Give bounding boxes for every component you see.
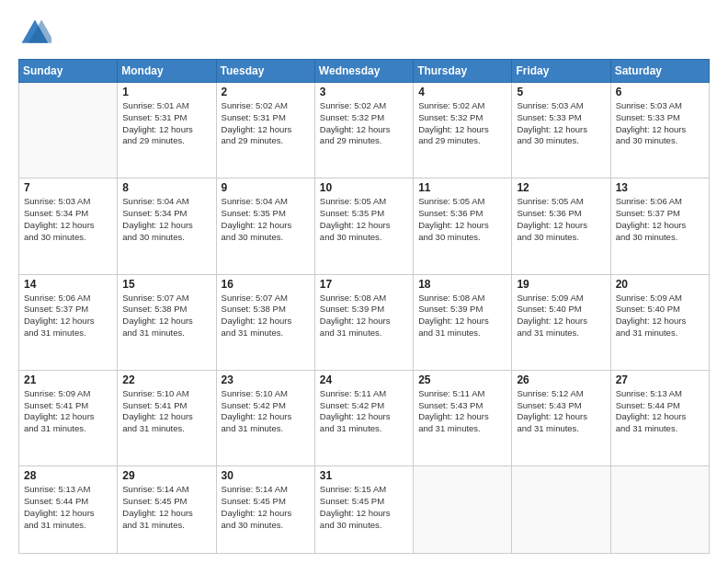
day-number: 6 [616, 86, 704, 98]
day-info: Sunrise: 5:05 AM Sunset: 5:35 PM Dayligh… [320, 196, 408, 243]
logo-icon [18, 17, 51, 50]
calendar-week-2: 7Sunrise: 5:03 AM Sunset: 5:34 PM Daylig… [19, 178, 710, 274]
day-info: Sunrise: 5:03 AM Sunset: 5:33 PM Dayligh… [517, 100, 605, 147]
calendar-cell: 27Sunrise: 5:13 AM Sunset: 5:44 PM Dayli… [610, 370, 709, 465]
day-number: 26 [517, 373, 605, 386]
calendar-cell: 3Sunrise: 5:02 AM Sunset: 5:32 PM Daylig… [314, 83, 413, 178]
calendar-table: SundayMondayTuesdayWednesdayThursdayFrid… [18, 59, 710, 554]
day-number: 1 [122, 86, 210, 98]
day-info: Sunrise: 5:12 AM Sunset: 5:43 PM Dayligh… [517, 388, 605, 435]
day-info: Sunrise: 5:14 AM Sunset: 5:45 PM Dayligh… [222, 484, 310, 531]
calendar-cell: 29Sunrise: 5:14 AM Sunset: 5:45 PM Dayli… [118, 466, 216, 554]
calendar-cell: 26Sunrise: 5:12 AM Sunset: 5:43 PM Dayli… [512, 370, 610, 465]
calendar-cell: 19Sunrise: 5:09 AM Sunset: 5:40 PM Dayli… [512, 274, 610, 370]
day-info: Sunrise: 5:15 AM Sunset: 5:45 PM Dayligh… [320, 484, 408, 531]
day-number: 25 [418, 373, 506, 386]
calendar-header-sunday: Sunday [19, 60, 118, 83]
day-info: Sunrise: 5:08 AM Sunset: 5:39 PM Dayligh… [418, 293, 506, 339]
calendar-cell: 9Sunrise: 5:04 AM Sunset: 5:35 PM Daylig… [216, 178, 314, 274]
day-info: Sunrise: 5:14 AM Sunset: 5:45 PM Dayligh… [122, 484, 210, 531]
logo [18, 17, 55, 50]
day-number: 20 [616, 278, 704, 291]
day-info: Sunrise: 5:05 AM Sunset: 5:36 PM Dayligh… [418, 196, 506, 243]
day-number: 19 [517, 278, 605, 291]
day-number: 8 [122, 181, 210, 194]
page: SundayMondayTuesdayWednesdayThursdayFrid… [0, 0, 728, 563]
calendar-cell: 30Sunrise: 5:14 AM Sunset: 5:45 PM Dayli… [216, 466, 314, 554]
day-info: Sunrise: 5:04 AM Sunset: 5:35 PM Dayligh… [222, 196, 310, 243]
calendar-header-monday: Monday [118, 60, 216, 83]
calendar-cell [414, 466, 512, 554]
calendar-cell: 16Sunrise: 5:07 AM Sunset: 5:38 PM Dayli… [216, 274, 314, 370]
day-number: 22 [122, 373, 210, 386]
day-info: Sunrise: 5:11 AM Sunset: 5:42 PM Dayligh… [320, 388, 408, 435]
calendar-cell: 7Sunrise: 5:03 AM Sunset: 5:34 PM Daylig… [19, 178, 118, 274]
day-number: 3 [320, 86, 408, 98]
day-number: 23 [222, 373, 310, 386]
day-info: Sunrise: 5:09 AM Sunset: 5:41 PM Dayligh… [24, 388, 112, 435]
calendar-cell: 22Sunrise: 5:10 AM Sunset: 5:41 PM Dayli… [118, 370, 216, 465]
calendar-cell: 6Sunrise: 5:03 AM Sunset: 5:33 PM Daylig… [610, 83, 709, 178]
day-info: Sunrise: 5:06 AM Sunset: 5:37 PM Dayligh… [616, 196, 704, 243]
calendar-header-wednesday: Wednesday [314, 60, 413, 83]
calendar-cell: 12Sunrise: 5:05 AM Sunset: 5:36 PM Dayli… [512, 178, 610, 274]
calendar-header-friday: Friday [512, 60, 610, 83]
calendar-cell [512, 466, 610, 554]
day-number: 2 [222, 86, 310, 98]
day-number: 18 [418, 278, 506, 291]
day-number: 28 [24, 469, 112, 482]
day-number: 5 [517, 86, 605, 98]
calendar-header-saturday: Saturday [610, 60, 709, 83]
day-info: Sunrise: 5:01 AM Sunset: 5:31 PM Dayligh… [122, 100, 210, 147]
calendar-cell: 4Sunrise: 5:02 AM Sunset: 5:32 PM Daylig… [414, 83, 512, 178]
day-info: Sunrise: 5:03 AM Sunset: 5:33 PM Dayligh… [616, 100, 704, 147]
day-number: 16 [222, 278, 310, 291]
calendar-cell: 24Sunrise: 5:11 AM Sunset: 5:42 PM Dayli… [314, 370, 413, 465]
calendar-cell: 20Sunrise: 5:09 AM Sunset: 5:40 PM Dayli… [610, 274, 709, 370]
day-info: Sunrise: 5:07 AM Sunset: 5:38 PM Dayligh… [122, 293, 210, 339]
day-info: Sunrise: 5:06 AM Sunset: 5:37 PM Dayligh… [24, 293, 112, 339]
calendar-cell: 1Sunrise: 5:01 AM Sunset: 5:31 PM Daylig… [118, 83, 216, 178]
day-info: Sunrise: 5:04 AM Sunset: 5:34 PM Dayligh… [122, 196, 210, 243]
day-number: 27 [616, 373, 704, 386]
day-info: Sunrise: 5:13 AM Sunset: 5:44 PM Dayligh… [616, 388, 704, 435]
day-number: 17 [320, 278, 408, 291]
calendar-cell: 8Sunrise: 5:04 AM Sunset: 5:34 PM Daylig… [118, 178, 216, 274]
day-number: 9 [222, 181, 310, 194]
calendar-cell: 18Sunrise: 5:08 AM Sunset: 5:39 PM Dayli… [414, 274, 512, 370]
calendar-week-5: 28Sunrise: 5:13 AM Sunset: 5:44 PM Dayli… [19, 466, 710, 554]
day-number: 11 [418, 181, 506, 194]
calendar-cell: 15Sunrise: 5:07 AM Sunset: 5:38 PM Dayli… [118, 274, 216, 370]
day-info: Sunrise: 5:03 AM Sunset: 5:34 PM Dayligh… [24, 196, 112, 243]
header [18, 17, 710, 50]
calendar-cell: 17Sunrise: 5:08 AM Sunset: 5:39 PM Dayli… [314, 274, 413, 370]
calendar-week-3: 14Sunrise: 5:06 AM Sunset: 5:37 PM Dayli… [19, 274, 710, 370]
calendar-header-thursday: Thursday [414, 60, 512, 83]
calendar-cell: 10Sunrise: 5:05 AM Sunset: 5:35 PM Dayli… [314, 178, 413, 274]
day-number: 31 [320, 469, 408, 482]
day-number: 29 [122, 469, 210, 482]
day-info: Sunrise: 5:09 AM Sunset: 5:40 PM Dayligh… [517, 293, 605, 339]
day-number: 30 [222, 469, 310, 482]
day-number: 14 [24, 278, 112, 291]
day-info: Sunrise: 5:08 AM Sunset: 5:39 PM Dayligh… [320, 293, 408, 339]
calendar-week-4: 21Sunrise: 5:09 AM Sunset: 5:41 PM Dayli… [19, 370, 710, 465]
day-number: 21 [24, 373, 112, 386]
day-number: 7 [24, 181, 112, 194]
calendar-cell: 23Sunrise: 5:10 AM Sunset: 5:42 PM Dayli… [216, 370, 314, 465]
calendar-cell: 2Sunrise: 5:02 AM Sunset: 5:31 PM Daylig… [216, 83, 314, 178]
calendar-cell: 14Sunrise: 5:06 AM Sunset: 5:37 PM Dayli… [19, 274, 118, 370]
day-number: 13 [616, 181, 704, 194]
day-info: Sunrise: 5:07 AM Sunset: 5:38 PM Dayligh… [222, 293, 310, 339]
day-number: 24 [320, 373, 408, 386]
calendar-header-row: SundayMondayTuesdayWednesdayThursdayFrid… [19, 60, 710, 83]
day-info: Sunrise: 5:11 AM Sunset: 5:43 PM Dayligh… [418, 388, 506, 435]
day-number: 4 [418, 86, 506, 98]
day-info: Sunrise: 5:05 AM Sunset: 5:36 PM Dayligh… [517, 196, 605, 243]
calendar-header-tuesday: Tuesday [216, 60, 314, 83]
calendar-cell: 11Sunrise: 5:05 AM Sunset: 5:36 PM Dayli… [414, 178, 512, 274]
calendar-cell: 5Sunrise: 5:03 AM Sunset: 5:33 PM Daylig… [512, 83, 610, 178]
calendar-cell: 25Sunrise: 5:11 AM Sunset: 5:43 PM Dayli… [414, 370, 512, 465]
calendar-cell [610, 466, 709, 554]
calendar-cell: 21Sunrise: 5:09 AM Sunset: 5:41 PM Dayli… [19, 370, 118, 465]
